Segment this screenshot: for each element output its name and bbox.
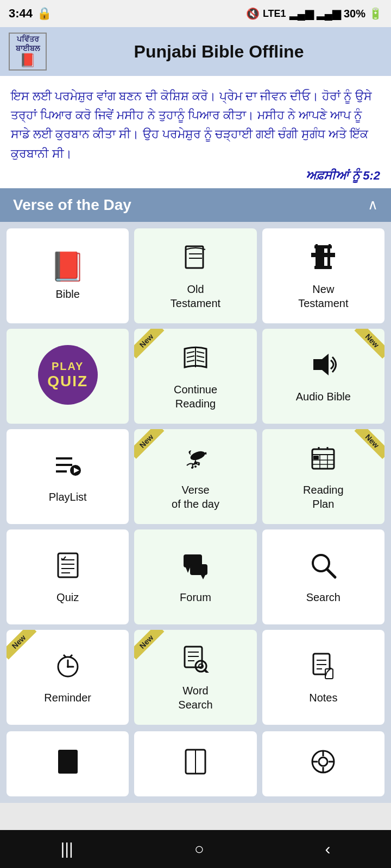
partial-item-1[interactable] — [7, 731, 129, 796]
grid-item-playlist[interactable]: PlayList — [7, 429, 129, 524]
grid-item-audio-bible[interactable]: Audio Bible — [262, 329, 384, 424]
svg-rect-0 — [186, 246, 203, 268]
svg-line-48 — [327, 569, 335, 577]
svg-point-27 — [194, 465, 197, 468]
svg-marker-44 — [186, 567, 190, 573]
new-testament-label: NewTestament — [298, 282, 348, 310]
verse-reference: ਅਫ਼ਸੀਆਂ ਨੂੰ 5:2 — [11, 169, 380, 183]
grid-item-quiz[interactable]: Quiz — [7, 529, 129, 624]
grid-item-forum[interactable]: Forum — [134, 529, 256, 624]
verse-text: ਇਸ ਲਈ ਪਰਮੇਸ਼ੁਰ ਵਾਂਗ ਬਣਨ ਦੀ ਕੋਸ਼ਿਸ਼ ਕਰੋ। … — [11, 87, 380, 163]
continue-reading-icon — [181, 343, 210, 376]
chevron-up-icon: ∧ — [368, 196, 378, 213]
quiz-label: Quiz — [56, 590, 79, 604]
old-testament-label: OldTestament — [171, 282, 220, 310]
votd-header[interactable]: Verse of the Day ∧ — [0, 188, 391, 222]
verse-of-day-label: Verseof the day — [172, 483, 219, 511]
audio-bible-label: Audio Bible — [296, 390, 351, 404]
audio-bible-icon — [309, 350, 337, 383]
svg-line-14 — [187, 356, 194, 358]
status-right: 🔇 LTE1 ▂▄▆ ▂▄▆ 30% 🔋 — [246, 7, 382, 20]
svg-point-28 — [198, 463, 200, 465]
svg-marker-19 — [313, 354, 329, 375]
main-grid: 📕 Bible OldTestament — [0, 222, 391, 731]
verse-of-day-icon — [181, 444, 210, 476]
svg-line-52 — [64, 655, 66, 657]
search-label: Search — [306, 590, 340, 604]
partial-icon-3 — [309, 748, 337, 782]
quiz-label: QUIZ — [47, 373, 88, 390]
nav-back-button[interactable]: ‹ — [309, 834, 347, 864]
nav-home-button[interactable]: ○ — [178, 834, 220, 864]
grid-item-new-testament[interactable]: NewTestament — [262, 228, 384, 323]
grid-item-notes[interactable]: Notes — [262, 630, 384, 725]
status-bar: 3:44 🔒 🔇 LTE1 ▂▄▆ ▂▄▆ 30% 🔋 — [0, 0, 391, 27]
play-label: PLAY — [52, 360, 84, 373]
grid-item-old-testament[interactable]: OldTestament — [134, 228, 256, 323]
svg-rect-8 — [316, 248, 318, 268]
quiz-circle: PLAY QUIZ — [38, 345, 98, 405]
svg-line-17 — [197, 356, 204, 358]
reminder-label: Reminder — [44, 691, 91, 705]
partial-item-3[interactable] — [262, 731, 384, 796]
forum-label: Forum — [180, 590, 211, 604]
reading-plan-label: ReadingPlan — [303, 483, 344, 511]
grid-item-play-quiz[interactable]: PLAY QUIZ — [7, 329, 129, 424]
bible-label: Bible — [55, 287, 79, 301]
mute-icon: 🔇 — [246, 7, 260, 20]
partial-item-2[interactable] — [134, 731, 256, 796]
continue-reading-label: ContinueReading — [174, 382, 217, 411]
nav-bar: ||| ○ ‹ — [0, 830, 391, 868]
grid-item-bible[interactable]: 📕 Bible — [7, 228, 129, 323]
svg-line-18 — [197, 360, 204, 362]
battery-icon: 🔋 — [369, 7, 382, 20]
word-search-icon — [181, 644, 210, 677]
new-badge-continue-reading — [134, 329, 167, 361]
reading-plan-icon — [309, 444, 337, 476]
lock-icon: 🔒 — [37, 7, 52, 21]
logo-line2: ਬਾਈਬਲ — [16, 44, 40, 53]
svg-line-60 — [205, 670, 209, 673]
new-badge-reminder — [7, 630, 39, 662]
svg-line-16 — [197, 352, 204, 353]
logo-line1: ਪਵਿੱਤਰ — [17, 35, 39, 44]
app-header: ਪਵਿੱਤਰ ਬਾਈਬਲ 📕 Punjabi Bible Offline — [0, 27, 391, 76]
svg-point-73 — [319, 757, 327, 766]
svg-line-15 — [187, 360, 194, 362]
playlist-label: PlayList — [49, 490, 87, 504]
grid-item-verse-of-day[interactable]: Verseof the day — [134, 429, 256, 524]
svg-rect-38 — [58, 553, 78, 577]
quiz-icon — [54, 551, 82, 584]
svg-line-13 — [187, 352, 194, 353]
old-testament-icon — [181, 243, 210, 276]
nav-menu-button[interactable]: ||| — [44, 834, 89, 864]
verse-section: ਇਸ ਲਈ ਪਰਮੇਸ਼ੁਰ ਵਾਂਗ ਬਣਨ ਦੀ ਕੋਸ਼ਿਸ਼ ਕਰੋ। … — [0, 76, 391, 188]
grid-item-word-search[interactable]: WordSearch — [134, 630, 256, 725]
word-search-label: WordSearch — [178, 684, 212, 712]
new-badge-word-search — [134, 630, 167, 662]
svg-rect-69 — [58, 750, 78, 774]
bible-icon: 📕 — [50, 252, 85, 280]
grid-item-search[interactable]: Search — [262, 529, 384, 624]
app-title: Punjabi Bible Offline — [55, 42, 382, 62]
votd-title: Verse of the Day — [13, 196, 131, 214]
svg-rect-45 — [190, 564, 207, 575]
svg-rect-10 — [327, 248, 330, 268]
signal-bars: ▂▄▆ — [289, 7, 313, 20]
svg-rect-37 — [313, 456, 319, 459]
search-icon — [309, 551, 337, 584]
svg-rect-7 — [314, 245, 332, 248]
grid-item-reading-plan[interactable]: ReadingPlan — [262, 429, 384, 524]
svg-point-26 — [191, 467, 193, 469]
svg-line-53 — [70, 655, 72, 657]
partial-icon-1 — [54, 748, 82, 782]
new-badge-verse-of-day — [134, 429, 167, 462]
new-badge-reading-plan — [352, 429, 384, 462]
svg-rect-11 — [314, 266, 332, 269]
grid-item-continue-reading[interactable]: ContinueReading — [134, 329, 256, 424]
logo-book-icon: 📕 — [20, 53, 36, 68]
battery-label: 30% — [344, 8, 365, 20]
status-left: 3:44 🔒 — [9, 7, 52, 21]
grid-item-reminder[interactable]: Reminder — [7, 630, 129, 725]
new-testament-icon — [309, 243, 337, 276]
